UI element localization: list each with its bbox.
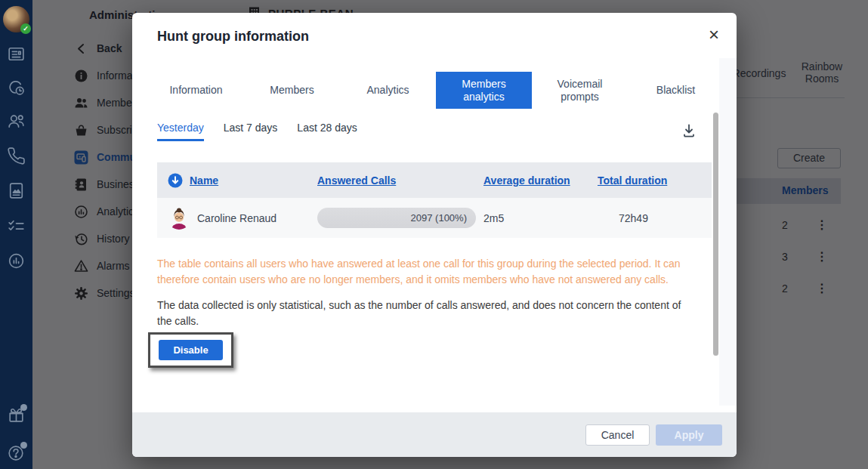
contacts-icon[interactable] <box>6 111 26 131</box>
period-yesterday[interactable]: Yesterday <box>157 122 204 141</box>
highlight-annotation-box: Disable <box>148 332 233 368</box>
notification-dot <box>20 442 27 449</box>
gift-icon[interactable] <box>6 405 26 425</box>
table-row: Caroline Renaud 2097 (100%) 2m5 72h49 <box>157 198 712 238</box>
modal-right-gutter <box>719 58 737 406</box>
answered-calls-bar: 2097 (100%) <box>317 208 476 228</box>
cancel-button[interactable]: Cancel <box>585 424 650 446</box>
analytics-donut-icon[interactable] <box>6 251 26 271</box>
modal-scrollbar-thumb[interactable] <box>713 113 718 356</box>
period-last-7-days[interactable]: Last 7 days <box>224 122 278 141</box>
apply-button[interactable]: Apply <box>656 424 722 446</box>
user-avatar <box>168 207 190 230</box>
period-last-28-days[interactable]: Last 28 days <box>297 122 357 141</box>
tab-voicemail-prompts[interactable]: Voicemail prompts <box>532 72 628 109</box>
call-log-icon[interactable] <box>6 78 26 98</box>
tab-members[interactable]: Members <box>244 72 340 109</box>
total-duration-value: 72h49 <box>598 212 648 224</box>
phone-icon[interactable] <box>6 146 26 166</box>
tab-blacklist[interactable]: Blacklist <box>628 72 724 109</box>
column-header-average-duration[interactable]: Average duration <box>483 174 570 187</box>
warning-note: The table contains all users who have an… <box>157 256 692 288</box>
column-header-answered-calls[interactable]: Answered Calls <box>317 174 396 187</box>
column-header-total-duration[interactable]: Total duration <box>598 174 667 187</box>
average-duration-value: 2m5 <box>483 212 504 224</box>
period-tab-bar: Yesterday Last 7 days Last 28 days <box>157 122 357 141</box>
tab-analytics[interactable]: Analytics <box>340 72 436 109</box>
answered-calls-value: 2097 (100%) <box>411 212 467 224</box>
tasks-icon[interactable] <box>6 216 26 236</box>
tab-members-analytics[interactable]: Members analytics <box>436 72 532 109</box>
logo-avatar[interactable]: ✓ <box>3 6 29 32</box>
modal-title: Hunt group information <box>157 29 309 45</box>
presence-check-badge: ✓ <box>20 23 31 34</box>
hunt-group-modal: Hunt group information × Information Mem… <box>132 13 737 457</box>
download-icon[interactable] <box>681 122 697 139</box>
icon-rail: ✓ <box>0 0 32 469</box>
disable-button[interactable]: Disable <box>159 340 223 360</box>
member-name: Caroline Renaud <box>197 212 276 224</box>
sort-descending-icon[interactable] <box>168 173 183 188</box>
modal-tab-bar: Information Members Analytics Members an… <box>148 72 724 109</box>
column-header-name[interactable]: Name <box>190 174 218 187</box>
documents-icon[interactable] <box>6 181 26 201</box>
help-icon[interactable] <box>6 443 26 463</box>
tab-information[interactable]: Information <box>148 72 244 109</box>
close-icon[interactable]: × <box>703 23 725 46</box>
news-icon[interactable] <box>6 44 26 64</box>
notification-dot <box>20 404 27 411</box>
table-header-row: Name Answered Calls Average duration Tot… <box>157 162 712 198</box>
info-note: The data collected is only statistical, … <box>157 298 698 329</box>
modal-footer: Cancel Apply <box>132 412 737 457</box>
members-analytics-table: Name Answered Calls Average duration Tot… <box>157 162 712 238</box>
